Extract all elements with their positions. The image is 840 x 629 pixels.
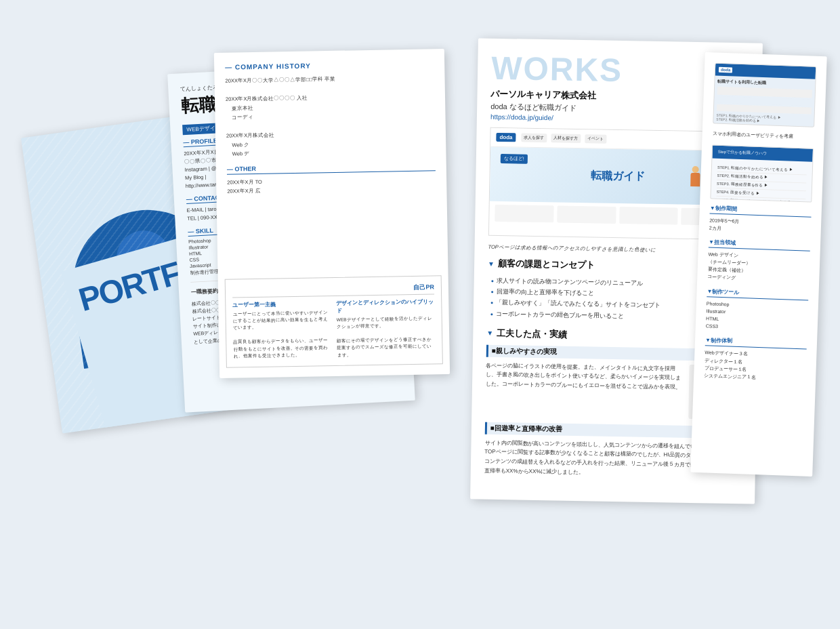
achieve-text-content-1: 各ページの脇にイラストの使用を提案。また、メインタイトルに丸文字を採用し、手書き… (486, 361, 683, 392)
pr-col2-text: WEBデザイナーとして経験を活かしたディレクションが得意です。 顧客にその場でデ… (337, 314, 436, 359)
other-section: ― OTHER 20XX年X月 TO 20XX年X月 広 (227, 162, 436, 196)
nav-item-1: 求人を探す (521, 134, 547, 143)
sp-tools-text: PhotoshopIllustratorHTMLCSS3 (706, 300, 808, 333)
mockup-logo: doda (496, 133, 516, 142)
sp-logo: doda (719, 67, 733, 73)
sp-team-title: ▼制作体制 (705, 337, 807, 350)
sp-mockup: doda 転職サイトを利用した転職 STEP1. 転職のやりかたについて考える … (713, 63, 816, 127)
pr-col1-text: ユーザーにとって本当に使いやすいデザインにすることが結果的に高い効果を生もと考え… (232, 309, 331, 360)
history-title: ― COMPANY HISTORY (225, 60, 434, 70)
achieve-text-1: 各ページの脇にイラストの使用を提案。また、メインタイトルに丸文字を採用し、手書き… (485, 361, 682, 418)
hero-text: 転職ガイド (591, 169, 645, 184)
step-items: STEP1. 転職のやりかたについて考える ▶ STEP2. 転職活動を始める … (711, 161, 812, 202)
nav-item-3: イベント (585, 134, 606, 144)
self-pr-title: 自己PR (232, 283, 434, 298)
naruhodo-text: なるほど! (501, 154, 528, 164)
sp-period-section: ▼制作期間 2019年5〜6月2カ月 (709, 204, 812, 235)
char-body-1 (690, 172, 700, 186)
self-pr-box: 自己PR ユーザー第一主義 ユーザーにとって本当に使いやすいデザインにすることが… (225, 275, 443, 368)
sp-period-title: ▼制作期間 (710, 204, 812, 217)
pr-col1: ユーザー第一主義 ユーザーにとって本当に使いやすいデザインにすることが結果的に高… (232, 300, 332, 361)
history-text: 20XX年X月〇〇大学△〇〇△学部□□学科 卒業 20XX年X月株式会社〇〇〇〇… (225, 73, 435, 159)
main-scene: PORTFOL IO 転職太郎 TARO TENS 2010.4.1 〜 202… (0, 0, 840, 629)
card-3 (619, 207, 678, 225)
nav-item-2: 人材を探す方 (551, 134, 581, 143)
pr-columns: ユーザー第一主義 ユーザーにとって本当に使いやすいデザインにすることが結果的に高… (232, 298, 435, 361)
sp-tools-title: ▼制作ツール (707, 287, 808, 300)
sp-team-section: ▼制作体制 Webデザイナー３名ディレクター１名プロデューサー１名システムエンジ… (704, 337, 807, 383)
card-1 (495, 205, 553, 223)
sp-mockup-2: Stepで分かる転職ノウハウ STEP1. 転職のやりかたについて考える ▶ S… (710, 144, 814, 202)
steps-nav-text: Stepで分かる転職ノウハウ (718, 148, 807, 158)
sp-tools-section: ▼制作ツール PhotoshopIllustratorHTMLCSS3 (706, 287, 809, 333)
sp-domain-text: Web デザイン（チームリーダー）要件定義（補佐）コーディング (707, 250, 810, 284)
sp-bar-3 (717, 104, 812, 115)
sp-team-text: Webデザイナー３名ディレクター１名プロデューサー１名システムエンジニア１名 (704, 349, 806, 383)
sp-period-text: 2019年5〜6月2カ月 (709, 216, 812, 235)
mockup-nav: 求人を探す 人材を探す方 イベント (521, 134, 606, 144)
pr-col2-title: デザインとディレクションのハイブリッド (336, 298, 434, 314)
sp-domain-section: ▼担当領域 Web デザイン（チームリーダー）要件定義（補佐）コーディング (707, 238, 810, 284)
naruhodo-badge: なるほど! (501, 154, 528, 165)
steps-nav: Stepで分かる転職ノウハウ (712, 145, 813, 161)
sp-domain-title: ▼担当領域 (709, 238, 810, 251)
card-2 (557, 205, 616, 224)
pr-col2: デザインとディレクションのハイブリッド WEBデザイナーとして経験を活かしたディ… (336, 298, 436, 359)
history-page: ― COMPANY HISTORY 20XX年X月〇〇大学△〇〇△学部□□学科 … (214, 49, 450, 378)
side-panel: doda 転職サイトを利用した転職 STEP1. 転職のやりかたについて考える … (690, 52, 827, 476)
sp-caption: スマホ利用者のユーザビリティを考慮 (712, 131, 814, 142)
pr-col1-title: ユーザー第一主義 (232, 300, 331, 309)
other-title: ― OTHER (227, 162, 436, 174)
sp-mockup-content: 転職サイトを利用した転職 STEP1. 転職のやりかたについて考える ▶ STE… (713, 76, 815, 127)
other-text: 20XX年X月 TO 20XX年X月 広 (227, 174, 436, 196)
char-head-1 (692, 165, 699, 172)
